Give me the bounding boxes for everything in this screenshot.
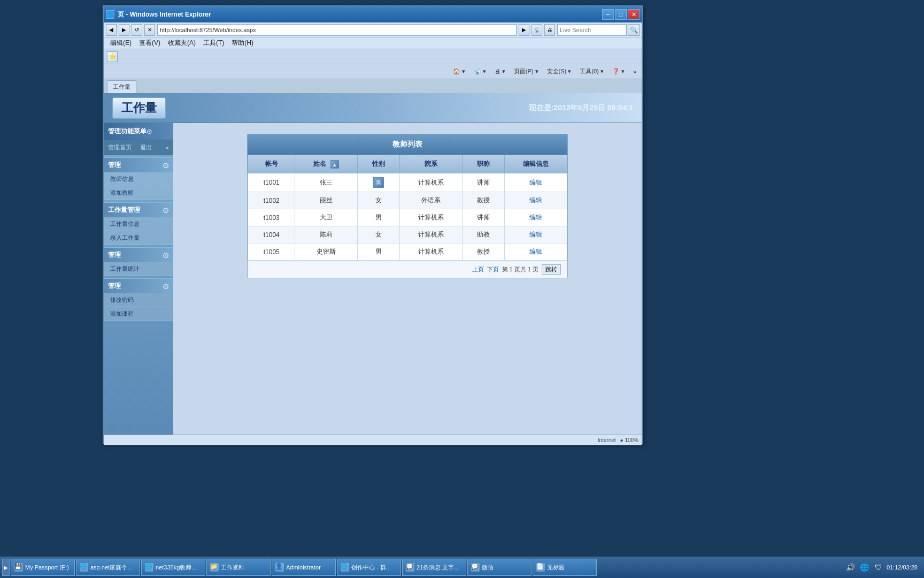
sidebar-item-change-pwd[interactable]: 修改密码 — [104, 293, 173, 307]
jump-button[interactable]: 跳转 — [542, 264, 561, 275]
tray-icon-3[interactable]: 🛡 — [873, 559, 884, 576]
sidebar-section-teacher-header[interactable]: 管理 ⊙ — [104, 157, 173, 172]
maximize-button[interactable]: □ — [615, 9, 627, 20]
prev-page-link[interactable]: 上页 — [472, 265, 484, 273]
refresh-button[interactable]: ↺ — [132, 24, 142, 36]
rss-button[interactable]: 📡 — [532, 24, 542, 36]
teacher-table: 帐号 姓名 ▲ 性别 院系 职称 编辑信息 — [248, 155, 567, 261]
sidebar-section-stats-header[interactable]: 管理 ⊙ — [104, 247, 173, 262]
cell-id-0: t1001 — [248, 173, 295, 192]
sort-icon[interactable]: ▲ — [330, 160, 339, 169]
cell-dept-0: 计算机系 — [399, 173, 462, 192]
table-header-row: 帐号 姓名 ▲ 性别 院系 职称 编辑信息 — [248, 155, 567, 173]
back-button[interactable]: ◀ — [106, 24, 117, 36]
section-workload-label: 工作量管理 — [108, 206, 140, 215]
search-button[interactable]: 🔍 — [628, 24, 640, 36]
cell-id-4: t1005 — [248, 244, 295, 261]
edit-link-1[interactable]: 编辑 — [529, 196, 542, 204]
favorites-icon[interactable]: ⭐ — [107, 51, 118, 62]
forward-button[interactable]: ▶ — [119, 24, 129, 36]
menu-help[interactable]: 帮助(H) — [228, 37, 257, 49]
taskbar-item-5[interactable]: 🌐 创作中心 - 群... — [337, 559, 401, 576]
page-info: 第 1 页共 1 页 — [502, 265, 538, 273]
edit-link-2[interactable]: 编辑 — [529, 214, 542, 221]
tab-bar: 工作量 — [104, 79, 642, 93]
sidebar-toggle-icon[interactable]: ⊙ — [147, 128, 152, 135]
sidebar-header: 管理功能菜单 ⊙ — [104, 123, 173, 140]
taskbar-icon-5: 🌐 — [341, 563, 349, 572]
gender-icon-0[interactable]: 男 — [373, 177, 384, 188]
table-row: t1005 史密斯 男 计算机系 教授 编辑 — [248, 244, 567, 261]
tools-cmd[interactable]: 工具(0) ▾ — [578, 66, 606, 77]
tab-page[interactable]: 工作量 — [107, 80, 136, 93]
section-workload-toggle[interactable]: ⊙ — [163, 206, 169, 215]
start-button[interactable]: ▶ — [2, 559, 10, 576]
close-button[interactable]: ✕ — [628, 9, 640, 20]
nav-logout-link[interactable]: 退出 — [140, 143, 152, 151]
taskbar-label-1: asp.net家庭个... — [90, 564, 132, 572]
sidebar-item-workload-info[interactable]: 工作量信息 — [104, 217, 173, 231]
tray-icon-1[interactable]: 🔊 — [845, 559, 857, 576]
taskbar-label-6: 21条消息 文字... — [417, 564, 459, 572]
safety-cmd[interactable]: 安全(S) ▾ — [545, 66, 574, 77]
cell-gender-0: 男 — [357, 173, 399, 192]
nav-home-link[interactable]: 管理首页 — [108, 143, 132, 151]
taskbar-item-0[interactable]: 💾 My Passport (E:) — [11, 559, 75, 576]
sidebar-section-workload-header[interactable]: 工作量管理 ⊙ — [104, 202, 173, 217]
cell-dept-4: 计算机系 — [399, 244, 462, 261]
taskbar-item-6[interactable]: 💬 21条消息 文字... — [402, 559, 466, 576]
sidebar-item-teacher-info[interactable]: 教师信息 — [104, 172, 173, 186]
taskbar-label-4: Administrator — [286, 564, 321, 571]
sidebar-item-workload-stats[interactable]: 工作量统计 — [104, 262, 173, 276]
taskbar-label-2: net335kg教师... — [156, 564, 196, 572]
security-zone: Internet — [598, 437, 616, 443]
print-cmd[interactable]: 🖨 ▾ — [492, 67, 507, 76]
sidebar-collapse-icon[interactable]: « — [165, 144, 169, 151]
extend-cmd[interactable]: » — [631, 67, 638, 76]
menu-view[interactable]: 查看(V) — [136, 37, 164, 49]
sidebar-item-add-teacher[interactable]: 添加教师 — [104, 186, 173, 200]
print-button[interactable]: 🖨 — [544, 24, 555, 36]
teacher-table-title: 教师列表 — [248, 134, 567, 155]
edit-link-3[interactable]: 编辑 — [529, 231, 542, 238]
zoom-level[interactable]: ● 100% — [620, 437, 638, 443]
sidebar-item-add-course[interactable]: 添加课程 — [104, 307, 173, 321]
tray-icon-2[interactable]: 🌐 — [859, 559, 871, 576]
address-input[interactable] — [157, 24, 517, 36]
menu-favorites[interactable]: 收藏夹(A) — [165, 37, 199, 49]
section-teacher-toggle[interactable]: ⊙ — [163, 161, 169, 170]
taskbar-item-1[interactable]: 🌐 asp.net家庭个... — [76, 559, 140, 576]
page-title: 工作量 — [112, 97, 166, 119]
taskbar: ▶ 💾 My Passport (E:) 🌐 asp.net家庭个... 🌐 n… — [0, 557, 924, 578]
table-row: t1002 丽丝 女 外语系 教授 编辑 — [248, 192, 567, 209]
cell-id-3: t1004 — [248, 226, 295, 244]
taskbar-item-4[interactable]: 👤 Administrator — [272, 559, 336, 576]
sidebar-section-account: 管理 ⊙ 修改密码 添加课程 — [104, 278, 173, 321]
taskbar-item-7[interactable]: 💬 微信 — [467, 559, 532, 576]
sidebar-title: 管理功能菜单 — [108, 127, 147, 136]
stop-button[interactable]: ✕ — [144, 24, 155, 36]
cell-gender-1: 女 — [357, 192, 399, 209]
section-stats-toggle[interactable]: ⊙ — [163, 251, 169, 260]
minimize-button[interactable]: ─ — [602, 9, 614, 20]
section-account-toggle[interactable]: ⊙ — [163, 282, 169, 291]
next-page-link[interactable]: 下页 — [487, 265, 499, 273]
sidebar-section-account-header[interactable]: 管理 ⊙ — [104, 278, 173, 293]
menu-tools[interactable]: 工具(T) — [200, 37, 227, 49]
go-button[interactable]: ▶ — [519, 24, 529, 36]
taskbar-item-2[interactable]: 🌐 net335kg教师... — [141, 559, 205, 576]
feeds-cmd[interactable]: 📡 ▾ — [472, 67, 488, 76]
sidebar-item-enter-workload[interactable]: 录入工作量 — [104, 231, 173, 245]
home-cmd[interactable]: 🏠 ▾ — [451, 67, 467, 76]
taskbar-item-3[interactable]: 📁 工作资料 — [206, 559, 271, 576]
taskbar-item-8[interactable]: 📄 无标题 — [533, 559, 597, 576]
search-input[interactable] — [557, 24, 627, 36]
page-cmd[interactable]: 页面(P) ▾ — [512, 66, 541, 77]
edit-link-4[interactable]: 编辑 — [529, 248, 542, 255]
cell-name-4: 史密斯 — [295, 244, 357, 261]
menu-edit[interactable]: 编辑(E) — [107, 37, 135, 49]
table-row: t1004 陈莉 女 计算机系 助教 编辑 — [248, 226, 567, 244]
help-cmd[interactable]: ❓ ▾ — [610, 67, 627, 76]
edit-link-0[interactable]: 编辑 — [529, 179, 542, 186]
col-header-title: 职称 — [462, 155, 504, 173]
